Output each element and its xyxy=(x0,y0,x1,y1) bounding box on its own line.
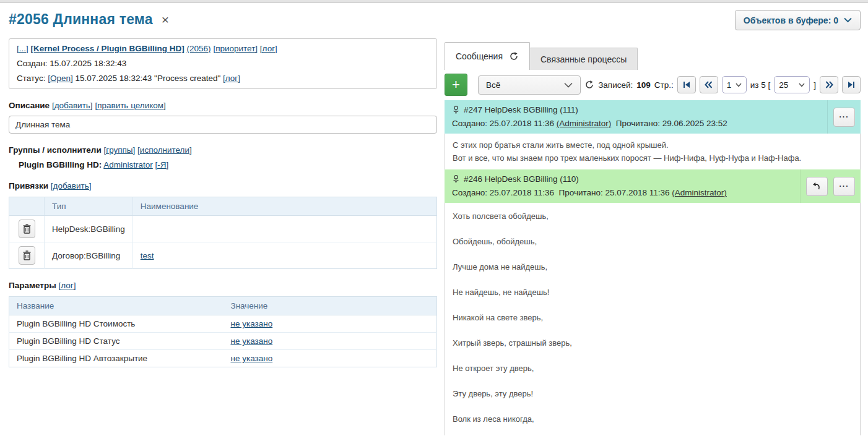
bindings-col-type: Тип xyxy=(45,197,133,216)
refresh-icon[interactable] xyxy=(584,80,594,90)
description-input[interactable] xyxy=(9,116,437,134)
parameters-col-value: Значение xyxy=(224,297,437,315)
bindings-col-name: Наименование xyxy=(132,197,436,216)
tab-linked-processes[interactable]: Связанные процессы xyxy=(529,48,638,70)
message-title: #246 HelpDesk BGBilling (110) xyxy=(452,173,792,186)
log-link[interactable]: [лог] xyxy=(260,44,277,53)
message-meta: Создано: 25.07.2018 11:36 (Administrator… xyxy=(452,117,820,130)
parameter-row: Plugin BGBilling HD Автозакрытиене указа… xyxy=(9,350,437,367)
more-actions-button[interactable]: ... xyxy=(833,108,855,127)
groups-heading: Группы / исполнители [группы] [исполните… xyxy=(9,145,437,155)
process-type-link[interactable]: [Kernel Process / Plugin BGBilling HD] xyxy=(31,44,184,53)
reply-button[interactable] xyxy=(806,177,828,196)
message-header: #247 HelpDesk BGBilling (111)Создано: 25… xyxy=(445,100,861,134)
first-page-icon xyxy=(683,81,690,88)
buffer-objects-button[interactable]: Объектов в буфере: 0 xyxy=(735,10,861,30)
chevron-down-icon xyxy=(799,83,805,87)
reply-icon xyxy=(812,182,822,190)
next-page-button[interactable] xyxy=(820,76,838,93)
trash-icon xyxy=(23,250,31,260)
executor-link[interactable]: Administrator xyxy=(103,160,153,169)
created-line: Создан: 15.07.2025 18:32:43 xyxy=(17,56,429,71)
message-line: Волк из леса никогда, xyxy=(453,414,853,424)
trash-icon xyxy=(23,224,31,234)
binding-row: Договор:BGBillingtest xyxy=(9,242,437,269)
message-line: Хоть полсвета обойдешь, xyxy=(453,211,853,221)
message-line: Хитрый зверь, страшный зверь, xyxy=(453,338,853,348)
group-name: Plugin BGBilling HD: xyxy=(19,160,102,169)
message-body: Хоть полсвета обойдешь,Обойдешь, обойдеш… xyxy=(445,203,861,435)
chevron-down-icon xyxy=(736,83,742,87)
delete-binding-button[interactable] xyxy=(19,246,35,265)
message-line: Вот и все, что мы знаем про трех маленьк… xyxy=(453,152,853,165)
parameters-col-name: Название xyxy=(9,297,224,315)
parameters-log-link[interactable]: [лог] xyxy=(58,281,76,290)
parameter-value-link[interactable]: не указано xyxy=(231,354,273,363)
prev-page-button[interactable] xyxy=(700,76,718,93)
process-number-link[interactable]: (2056) xyxy=(187,44,211,53)
parameter-value-link[interactable]: не указано xyxy=(231,336,273,346)
author-link[interactable]: (Administrator) xyxy=(557,119,612,128)
binding-name xyxy=(132,216,436,242)
add-message-button[interactable]: + xyxy=(445,74,467,96)
message-line: Эту дверь, эту дверь! xyxy=(453,388,853,399)
tab-messages[interactable]: Сообщения xyxy=(445,42,530,70)
priority-link[interactable]: [приоритет] xyxy=(213,44,258,53)
close-icon[interactable]: × xyxy=(162,13,169,26)
ellipsis-link[interactable]: [...] xyxy=(17,44,28,53)
status-open-link[interactable]: [Open] xyxy=(48,74,73,83)
description-add-link[interactable]: [добавить] xyxy=(52,101,93,110)
description-edit-link[interactable]: [править целиком] xyxy=(95,101,165,110)
parameter-name: Plugin BGBilling HD Статус xyxy=(9,333,224,350)
page-size-select[interactable]: 25 xyxy=(774,76,810,93)
description-heading: Описание [добавить] [править целиком] xyxy=(9,101,437,110)
bindings-heading: Привязки [добавить] xyxy=(9,181,437,190)
message-line: Лучше дома не найдешь, xyxy=(453,262,853,272)
parameter-row: Plugin BGBilling HD Стоимостьне указано xyxy=(9,315,437,333)
message-actions: ... xyxy=(800,169,861,203)
page-size-value: 25 xyxy=(779,80,788,90)
chevron-down-icon xyxy=(564,82,573,88)
pagination: Записей: 109 Стр.: 1 xyxy=(584,76,861,93)
process-panel: #2056 Длинная тема × [...] [Kernel Proce… xyxy=(9,3,437,435)
status-label: Статус: xyxy=(17,74,45,83)
page-number-select[interactable]: 1 xyxy=(722,76,747,93)
first-page-button[interactable] xyxy=(677,76,696,93)
message-line: С этих пор братья стали жить вместе, под… xyxy=(453,139,853,152)
group-assignment-row: Plugin BGBilling HD: Administrator [-Я] xyxy=(19,160,437,169)
last-page-button[interactable] xyxy=(842,76,861,93)
records-count: 109 xyxy=(636,80,651,90)
remove-me-link[interactable]: [-Я] xyxy=(155,160,169,169)
message-header: #246 HelpDesk BGBilling (110)Создано: 25… xyxy=(445,169,861,203)
message-filter-select[interactable]: Всё xyxy=(478,75,581,95)
records-label: Записей: xyxy=(598,80,633,90)
binding-row: HelpDesk:BGBilling xyxy=(9,216,437,242)
status-log-link[interactable]: [лог] xyxy=(223,74,240,83)
pages-total-label: из 5 [ xyxy=(750,80,771,90)
message-line: Никакой на свете зверь, xyxy=(453,312,853,323)
executors-link[interactable]: [исполнители] xyxy=(137,145,192,155)
message-title: #247 HelpDesk BGBilling (111) xyxy=(452,103,820,117)
parameters-heading: Параметры [лог] xyxy=(9,281,437,290)
bindings-table: Тип Наименование HelpDesk:BGBillingДогов… xyxy=(9,197,437,269)
message-actions: ... xyxy=(827,100,861,134)
groups-link[interactable]: [группы] xyxy=(103,145,135,155)
refresh-icon[interactable] xyxy=(509,51,519,61)
parameter-value-link[interactable]: не указано xyxy=(231,319,273,328)
tab-label: Связанные процессы xyxy=(540,54,627,64)
more-actions-button[interactable]: ... xyxy=(833,177,855,196)
process-links-line: [...] [Kernel Process / Plugin BGBilling… xyxy=(17,41,429,56)
message-tabs: СообщенияСвязанные процессы xyxy=(445,42,638,70)
parameters-table: Название Значение Plugin BGBilling HD Ст… xyxy=(9,296,437,367)
parameter-name: Plugin BGBilling HD Автозакрытие xyxy=(9,350,224,367)
reader-link[interactable]: (Administrator) xyxy=(672,188,727,197)
binding-type: Договор:BGBilling xyxy=(45,242,133,269)
binding-type: HelpDesk:BGBilling xyxy=(45,216,133,242)
page-number-value: 1 xyxy=(727,80,732,90)
bindings-add-link[interactable]: [добавить] xyxy=(51,181,92,190)
process-info-box: [...] [Kernel Process / Plugin BGBilling… xyxy=(9,38,437,89)
page-label: Стр.: xyxy=(654,80,674,90)
binding-name-link[interactable]: test xyxy=(141,251,154,260)
message-filter-value: Всё xyxy=(486,80,500,90)
delete-binding-button[interactable] xyxy=(19,220,35,238)
